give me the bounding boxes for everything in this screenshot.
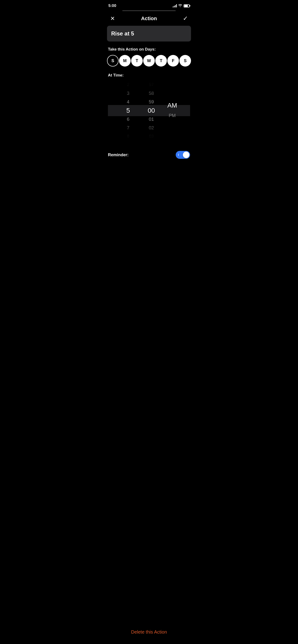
day-thursday[interactable]: T	[155, 55, 167, 66]
time-columns: 2 3 4 5 6 7 8 57 58 59 00 01 02 03 AM	[108, 80, 190, 141]
time-picker[interactable]: 2 3 4 5 6 7 8 57 58 59 00 01 02 03 AM	[108, 80, 190, 141]
page-title: Action	[141, 16, 157, 22]
minutes-column[interactable]: 57 58 59 00 01 02 03	[140, 80, 163, 141]
hour-item-selected[interactable]: 5	[117, 106, 140, 115]
hour-item[interactable]: 6	[117, 115, 140, 124]
day-tuesday[interactable]: T	[131, 55, 143, 66]
reminder-label: Reminder:	[108, 152, 129, 158]
time-section: At Time: 2 3 4 5 6 7 8 57 58 59 00 01	[104, 73, 194, 141]
action-name-container[interactable]: Rise at 5	[107, 26, 191, 42]
reminder-toggle[interactable]: I	[176, 151, 190, 159]
minute-item[interactable]: 59	[140, 98, 163, 106]
toggle-on-label: I	[178, 153, 179, 156]
status-icons	[173, 4, 190, 8]
hours-column[interactable]: 2 3 4 5 6 7 8	[117, 80, 140, 141]
close-button[interactable]: ✕	[108, 15, 117, 22]
ampm-spacer	[163, 120, 181, 141]
ampm-spacer	[163, 80, 181, 100]
minute-item[interactable]: 58	[140, 89, 163, 98]
days-label: Take this Action on Days:	[104, 47, 194, 52]
hour-item[interactable]: 2	[117, 80, 140, 89]
status-time: 5:00	[108, 4, 116, 8]
minute-item-selected[interactable]: 00	[140, 106, 163, 115]
days-container: S M T W T F S	[104, 55, 194, 66]
ampm-pm[interactable]: PM	[163, 110, 181, 120]
hour-item[interactable]: 4	[117, 98, 140, 106]
reminder-section: Reminder: I	[104, 147, 194, 162]
time-label: At Time:	[108, 73, 190, 78]
hour-item[interactable]: 3	[117, 89, 140, 98]
ampm-am[interactable]: AM	[163, 100, 181, 110]
minute-item[interactable]: 03	[140, 132, 163, 141]
signal-icon	[173, 4, 177, 8]
confirm-button[interactable]: ✓	[181, 15, 190, 22]
hour-item[interactable]: 7	[117, 124, 140, 132]
minute-item[interactable]: 02	[140, 124, 163, 132]
battery-icon	[184, 4, 190, 8]
day-sunday[interactable]: S	[107, 55, 119, 66]
day-friday[interactable]: F	[167, 55, 179, 66]
minute-item[interactable]: 57	[140, 80, 163, 89]
header: ✕ Action ✓	[104, 13, 194, 26]
day-saturday[interactable]: S	[179, 55, 191, 66]
wifi-icon	[178, 4, 182, 8]
days-section: Take this Action on Days: S M T W T F S	[104, 47, 194, 66]
ampm-column[interactable]: AM PM	[163, 80, 181, 141]
status-bar: 5:00	[104, 0, 194, 10]
notch-bar	[122, 10, 176, 11]
toggle-thumb	[183, 152, 189, 158]
day-monday[interactable]: M	[119, 55, 131, 66]
hour-item[interactable]: 8	[117, 132, 140, 141]
day-wednesday[interactable]: W	[143, 55, 155, 66]
minute-item[interactable]: 01	[140, 115, 163, 124]
action-name-text: Rise at 5	[111, 30, 134, 37]
toggle-track: I	[176, 151, 190, 159]
